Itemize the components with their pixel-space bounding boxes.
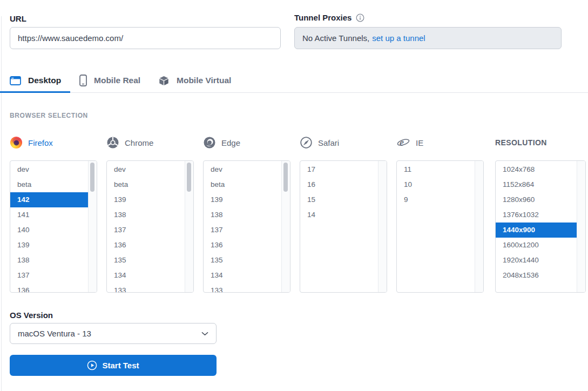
browser-name: Safari [318,138,339,147]
info-icon[interactable] [356,14,364,22]
version-option[interactable]: 135 [204,253,281,268]
chrome-icon [106,136,119,149]
svg-text:e: e [400,137,404,148]
resolution-option[interactable]: 2048x1536 [496,268,577,283]
version-option[interactable]: dev [10,162,88,177]
play-circle-icon [87,360,97,370]
scrollbar-thumb[interactable] [90,163,94,192]
scrollbar-track[interactable] [577,161,585,292]
resolution-option[interactable]: 1280x960 [496,192,577,207]
listbox-content: devbeta139138137136135134133 [107,161,185,292]
version-listbox: devbeta139138137136135134133 [203,160,290,293]
version-option[interactable]: 9 [397,192,475,207]
version-option[interactable]: 133 [204,283,281,293]
version-option[interactable]: 138 [107,207,185,223]
edge-icon [203,136,216,149]
version-option[interactable]: 135 [107,253,185,268]
scrollbar-track[interactable] [185,161,193,292]
browser-selection-heading: BROWSER SELECTION [10,112,88,119]
setup-tunnel-link[interactable]: set up a tunnel [372,33,425,43]
version-option-selected[interactable]: 142 [10,192,88,207]
version-option[interactable]: 136 [107,238,185,253]
version-option[interactable]: 138 [204,207,281,223]
listbox-content: 1024x7681152x8641280x9601376x10321440x90… [496,161,577,292]
version-option[interactable]: beta [204,177,281,192]
scrollbar-thumb[interactable] [283,163,288,192]
resolution-option-selected[interactable]: 1440x900 [496,223,577,238]
os-version-label: OS Version [10,311,53,320]
resolution-option[interactable]: 1376x1032 [496,207,577,223]
version-option[interactable]: 139 [107,192,185,207]
version-listbox: 1024x7681152x8641280x9601376x10321440x90… [495,160,586,293]
version-listbox: 11109 [396,160,484,293]
version-option[interactable]: 136 [204,238,281,253]
version-option[interactable]: beta [107,177,185,192]
resolution-option[interactable]: 1600x1200 [496,238,577,253]
browser-header-firefox[interactable]: Firefox [10,135,53,150]
mobile-phone-icon [79,75,87,86]
browser-name: Chrome [125,138,153,147]
browser-header-safari[interactable]: Safari [300,135,339,150]
version-option[interactable]: dev [204,162,281,177]
tab-desktop[interactable]: Desktop [10,73,61,87]
version-option[interactable]: 134 [107,268,185,283]
tunnel-status-box: No Active Tunnels, set up a tunnel [294,27,562,49]
listbox-content: devbeta139138137136135134133 [204,161,281,292]
start-test-button[interactable]: Start Test [10,355,217,376]
version-option[interactable]: 11 [397,162,475,177]
cube-icon [158,75,170,86]
version-option[interactable]: 134 [204,268,281,283]
version-option[interactable]: 16 [300,177,378,192]
version-option[interactable]: 10 [397,177,475,192]
version-option[interactable]: 137 [10,268,88,283]
browser-name: Firefox [28,138,53,147]
chevron-down-icon [201,332,208,336]
version-option[interactable]: beta [10,177,88,192]
url-input[interactable] [10,27,281,49]
resolution-heading: RESOLUTION [495,135,547,150]
tab-mobile-virtual[interactable]: Mobile Virtual [158,73,231,87]
firefox-icon [10,136,23,149]
version-option[interactable]: 14 [300,207,378,223]
version-option[interactable]: 137 [204,223,281,238]
tabs-separator [0,92,588,93]
tab-desktop-label: Desktop [28,76,61,85]
ie-icon: e [396,136,410,149]
resolution-option[interactable]: 1152x864 [496,177,577,192]
panel-left-border [1,16,2,391]
os-version-select[interactable]: macOS Ventura - 13 [10,323,217,344]
resolution-option[interactable]: 1920x1440 [496,253,577,268]
scrollbar-track[interactable] [475,161,483,292]
scrollbar-track[interactable] [378,161,387,292]
scrollbar-track[interactable] [281,161,290,292]
browser-header-ie[interactable]: eIE [396,135,423,150]
version-option[interactable]: 140 [10,223,88,238]
cross-browser-test-page: URL Tunnel Proxies No Active Tunnels, se… [0,0,588,391]
version-option[interactable]: 139 [204,192,281,207]
start-test-label: Start Test [102,361,139,370]
resolution-option[interactable]: 1024x768 [496,162,577,177]
version-option[interactable]: 139 [10,238,88,253]
browser-name: IE [416,138,423,147]
version-option[interactable]: dev [107,162,185,177]
version-option[interactable]: 15 [300,192,378,207]
os-version-value: macOS Ventura - 13 [18,329,91,338]
browser-header-chrome[interactable]: Chrome [106,135,153,150]
version-listbox: devbeta142141140139138137136 [10,160,97,293]
listbox-content: 11109 [397,161,475,292]
version-listbox: devbeta139138137136135134133 [106,160,194,293]
scrollbar-thumb[interactable] [187,163,191,192]
listbox-content: 17161514 [300,161,378,292]
browser-header-edge[interactable]: Edge [203,135,240,150]
active-tab-underline [0,91,70,93]
version-option[interactable]: 136 [10,283,88,293]
version-option[interactable]: 141 [10,207,88,223]
tab-mobile-real[interactable]: Mobile Real [79,73,140,87]
listbox-content: devbeta142141140139138137136 [10,161,88,292]
version-option[interactable]: 133 [107,283,185,293]
url-label: URL [10,14,26,23]
version-option[interactable]: 137 [107,223,185,238]
scrollbar-track[interactable] [88,161,97,292]
version-option[interactable]: 138 [10,253,88,268]
version-option[interactable]: 17 [300,162,378,177]
